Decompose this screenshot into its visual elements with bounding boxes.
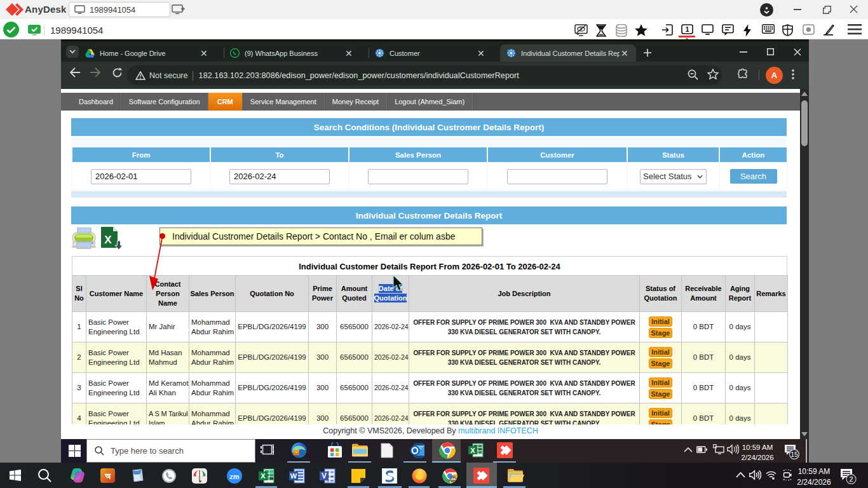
svg-text:X: X — [104, 234, 112, 246]
svg-text:2: 2 — [849, 475, 853, 483]
svg-text:15: 15 — [790, 451, 798, 458]
svg-text:X: X — [261, 472, 266, 480]
svg-text:1: 1 — [685, 25, 689, 33]
svg-text:অ: অ — [104, 471, 111, 481]
svg-text:W: W — [290, 472, 297, 480]
svg-text:zm: zm — [229, 473, 240, 480]
svg-text:X: X — [470, 447, 475, 454]
svg-text:V: V — [322, 471, 327, 480]
